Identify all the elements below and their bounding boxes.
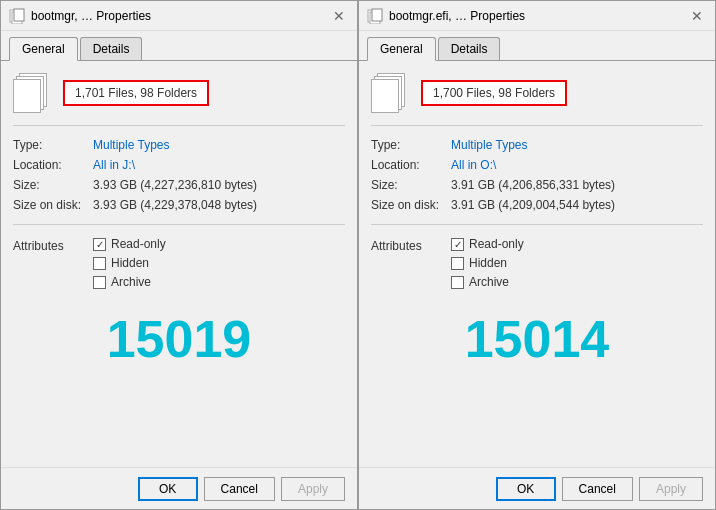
- left-attributes: Attributes Read-only Hidden Archive: [13, 237, 345, 289]
- left-archive-label: Archive: [111, 275, 151, 289]
- left-title-text: bootmgr, … Properties: [31, 9, 151, 23]
- right-tab-general[interactable]: General: [367, 37, 436, 61]
- left-title-icon: [9, 8, 25, 24]
- right-type-label: Type:: [371, 138, 451, 152]
- right-archive-label: Archive: [469, 275, 509, 289]
- left-tab-details[interactable]: Details: [80, 37, 143, 60]
- left-dialog: bootmgr, … Properties ✕ General Details …: [0, 0, 358, 510]
- left-location-value: All in J:\: [93, 158, 345, 172]
- left-tab-content: 1,701 Files, 98 Folders Type: Multiple T…: [1, 60, 357, 467]
- right-attributes-label: Attributes: [371, 237, 451, 289]
- right-title-text: bootmgr.efi, … Properties: [389, 9, 525, 23]
- right-readonly-label: Read-only: [469, 237, 524, 251]
- left-tabs: General Details: [1, 31, 357, 60]
- right-big-number: 15014: [371, 309, 703, 369]
- right-file-icon: [371, 73, 411, 113]
- right-title-bar: bootmgr.efi, … Properties ✕: [359, 1, 715, 31]
- left-file-icon: [13, 73, 53, 113]
- left-attr-archive-row: Archive: [93, 275, 166, 289]
- left-info-grid: Type: Multiple Types Location: All in J:…: [13, 138, 345, 225]
- right-attr-hidden-row: Hidden: [451, 256, 524, 270]
- left-archive-checkbox[interactable]: [93, 276, 106, 289]
- right-tabs: General Details: [359, 31, 715, 60]
- right-close-button[interactable]: ✕: [687, 6, 707, 26]
- left-attr-checks: Read-only Hidden Archive: [93, 237, 166, 289]
- right-attr-checks: Read-only Hidden Archive: [451, 237, 524, 289]
- right-size-value: 3.91 GB (4,206,856,331 bytes): [451, 178, 703, 192]
- right-footer: OK Cancel Apply: [359, 467, 715, 509]
- left-close-button[interactable]: ✕: [329, 6, 349, 26]
- right-file-count: 1,700 Files, 98 Folders: [421, 80, 567, 106]
- left-big-number: 15019: [13, 309, 345, 369]
- left-file-count: 1,701 Files, 98 Folders: [63, 80, 209, 106]
- left-attr-readonly-row: Read-only: [93, 237, 166, 251]
- left-size-value: 3.93 GB (4,227,236,810 bytes): [93, 178, 345, 192]
- left-apply-button[interactable]: Apply: [281, 477, 345, 501]
- right-info-grid: Type: Multiple Types Location: All in O:…: [371, 138, 703, 225]
- right-size-disk-label: Size on disk:: [371, 198, 451, 212]
- left-location-label: Location:: [13, 158, 93, 172]
- right-size-disk-value: 3.91 GB (4,209,004,544 bytes): [451, 198, 703, 212]
- right-ok-button[interactable]: OK: [496, 477, 556, 501]
- left-footer: OK Cancel Apply: [1, 467, 357, 509]
- right-type-value: Multiple Types: [451, 138, 703, 152]
- right-title-icon: [367, 8, 383, 24]
- svg-rect-2: [14, 9, 24, 21]
- left-ok-button[interactable]: OK: [138, 477, 198, 501]
- right-hidden-checkbox[interactable]: [451, 257, 464, 270]
- left-size-disk-label: Size on disk:: [13, 198, 93, 212]
- right-location-value: All in O:\: [451, 158, 703, 172]
- right-hidden-label: Hidden: [469, 256, 507, 270]
- right-file-header: 1,700 Files, 98 Folders: [371, 73, 703, 126]
- right-attributes: Attributes Read-only Hidden Archive: [371, 237, 703, 289]
- right-dialog: bootmgr.efi, … Properties ✕ General Deta…: [358, 0, 716, 510]
- right-location-label: Location:: [371, 158, 451, 172]
- left-title-bar: bootmgr, … Properties ✕: [1, 1, 357, 31]
- left-hidden-label: Hidden: [111, 256, 149, 270]
- right-readonly-checkbox[interactable]: [451, 238, 464, 251]
- left-hidden-checkbox[interactable]: [93, 257, 106, 270]
- left-size-label: Size:: [13, 178, 93, 192]
- left-size-disk-value: 3.93 GB (4,229,378,048 bytes): [93, 198, 345, 212]
- right-apply-button[interactable]: Apply: [639, 477, 703, 501]
- left-type-value: Multiple Types: [93, 138, 345, 152]
- right-archive-checkbox[interactable]: [451, 276, 464, 289]
- left-cancel-button[interactable]: Cancel: [204, 477, 275, 501]
- right-tab-content: 1,700 Files, 98 Folders Type: Multiple T…: [359, 60, 715, 467]
- left-file-header: 1,701 Files, 98 Folders: [13, 73, 345, 126]
- right-attr-readonly-row: Read-only: [451, 237, 524, 251]
- left-type-label: Type:: [13, 138, 93, 152]
- left-tab-general[interactable]: General: [9, 37, 78, 61]
- svg-rect-5: [372, 9, 382, 21]
- right-tab-details[interactable]: Details: [438, 37, 501, 60]
- right-attr-archive-row: Archive: [451, 275, 524, 289]
- right-size-label: Size:: [371, 178, 451, 192]
- left-readonly-label: Read-only: [111, 237, 166, 251]
- left-readonly-checkbox[interactable]: [93, 238, 106, 251]
- left-attributes-label: Attributes: [13, 237, 93, 289]
- right-cancel-button[interactable]: Cancel: [562, 477, 633, 501]
- left-attr-hidden-row: Hidden: [93, 256, 166, 270]
